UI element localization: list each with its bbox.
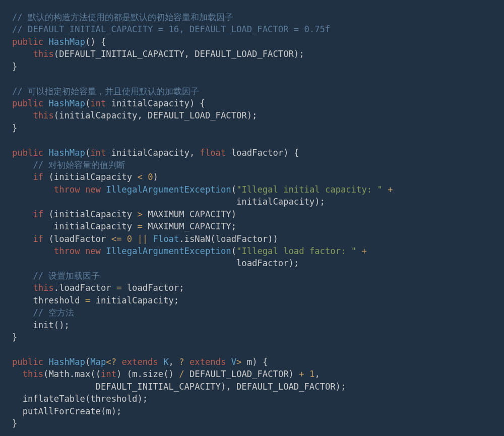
code-block: // 默认的构造方法使用的都是默认的初始容量和加载因子 // DEFAULT_I… (0, 0, 504, 436)
comment-line: // 可以指定初始容量，并且使用默认的加载因子 (12, 86, 199, 96)
type: HashMap (48, 37, 85, 47)
string: "Illegal load factor: " (236, 246, 356, 256)
keyword: if (33, 172, 43, 182)
type: K (163, 357, 168, 367)
type: Map (90, 357, 106, 367)
type: V (231, 357, 236, 367)
keyword: new (85, 184, 101, 195)
keyword: public (12, 37, 43, 47)
comment-line: // DEFAULT_INITIAL_CAPACITY = 16, DEFAUL… (12, 24, 330, 34)
identifier: DEFAULT_LOAD_FACTOR (195, 49, 294, 59)
keyword: this (33, 49, 53, 59)
keyword: extends (121, 357, 158, 367)
type: Float (153, 234, 179, 244)
type: IllegalArgumentException (106, 184, 231, 195)
comment-line: // 默认的构造方法使用的都是默认的初始容量和加载因子 (12, 12, 233, 22)
operator: < (137, 172, 142, 182)
identifier: inflateTable (23, 394, 85, 404)
identifier: MAXIMUM_CAPACITY (148, 209, 231, 219)
number: 0 (148, 172, 153, 182)
identifier: loadFactor (231, 148, 283, 158)
identifier: DEFAULT_INITIAL_CAPACITY (59, 49, 184, 59)
keyword: throw (54, 184, 80, 195)
comment-line: // 设置加载因子 (33, 271, 100, 281)
comment-line: // 空方法 (33, 307, 74, 318)
identifier: Math.max (48, 369, 90, 379)
identifier: m (247, 357, 252, 367)
comment-line: // 对初始容量的值判断 (33, 160, 125, 170)
string: "Illegal initial capacity: " (236, 184, 383, 195)
identifier: threshold (33, 295, 80, 305)
number: 1 (309, 369, 314, 379)
identifier: init (33, 320, 53, 330)
identifier: initialCapacity (111, 98, 190, 108)
identifier: m.size (132, 369, 163, 379)
identifier: putAllForCreate (23, 406, 101, 416)
identifier: .isNaN (179, 234, 210, 244)
